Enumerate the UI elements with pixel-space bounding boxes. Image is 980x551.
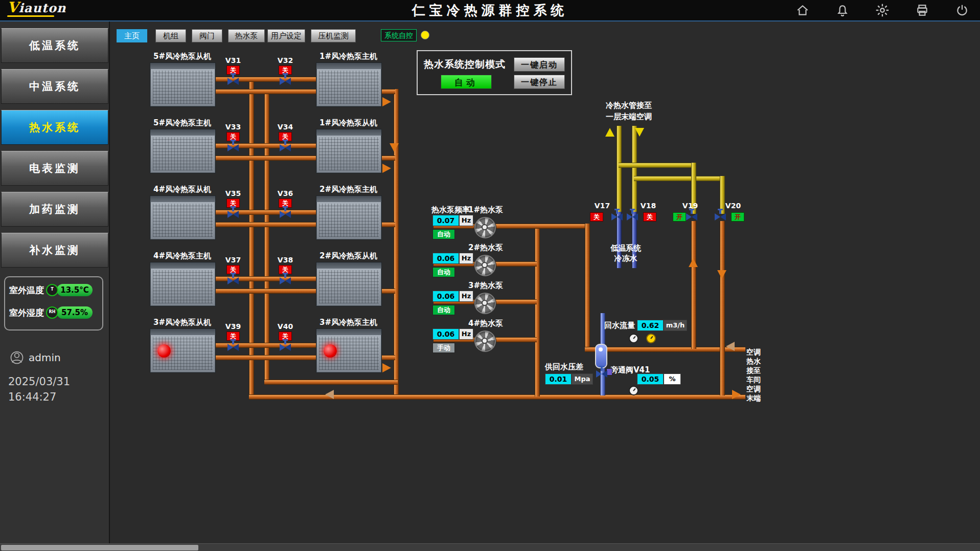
heat-pump-unit[interactable]	[150, 62, 216, 107]
pump-mode-badge[interactable]: 自动	[432, 305, 455, 315]
tab-system-auto[interactable]: 系统自控	[381, 29, 417, 41]
sidebar-item-6[interactable]: 补水监测	[1, 233, 108, 268]
pump-icon[interactable]	[474, 217, 496, 238]
pipe	[249, 394, 745, 400]
heat-pump-unit[interactable]	[150, 262, 216, 306]
auto-mode-button[interactable]: 自动	[441, 75, 492, 89]
unit-coil-grill	[319, 137, 379, 170]
home-icon[interactable]	[795, 3, 810, 18]
bypass-valve-value: 0.05	[637, 373, 664, 385]
pipe	[634, 176, 724, 181]
one-key-start-button[interactable]: 一键启动	[514, 57, 565, 72]
valve-icon[interactable]	[227, 277, 239, 284]
sidebar-item-1[interactable]: 低温系统	[1, 28, 108, 63]
flow-arrow	[635, 128, 644, 137]
unit-coil-grill	[319, 71, 379, 104]
heat-pump-unit[interactable]	[150, 195, 216, 240]
valve-icon[interactable]	[280, 211, 291, 218]
valve-stem	[232, 208, 234, 211]
unit-label: 1#风冷热泵主机	[316, 52, 381, 61]
pipe	[249, 77, 254, 399]
valve-icon[interactable]	[227, 144, 239, 151]
flow-arrow	[382, 363, 391, 372]
valve-icon-V20[interactable]	[715, 213, 726, 221]
flow-arrow	[390, 143, 399, 152]
valve-status-badge: 开	[673, 212, 686, 222]
valve-icon[interactable]	[280, 344, 291, 351]
flow-arrow	[717, 270, 726, 279]
valve-icon[interactable]	[280, 78, 291, 85]
valve-label: V36	[271, 189, 300, 197]
heat-pump-unit[interactable]	[316, 262, 382, 306]
pipe	[585, 224, 590, 349]
sidebar-item-5[interactable]: 加药监测	[1, 192, 108, 227]
sidebar-item-4[interactable]: 电表监测	[1, 151, 108, 186]
pressure-diff-value: 0.01	[545, 373, 572, 385]
pipe	[617, 126, 622, 212]
lowtemp-system-label: 低温系统	[606, 244, 645, 253]
valve-icon[interactable]	[227, 78, 239, 85]
pump-mode-badge[interactable]: 自动	[432, 267, 455, 277]
pump-mode-badge[interactable]: 自动	[432, 229, 455, 239]
unit-coil-grill	[153, 204, 213, 237]
one-key-stop-button[interactable]: 一键停止	[514, 75, 565, 89]
scrollbar-thumb[interactable]	[1, 545, 198, 550]
valve-icon[interactable]	[280, 144, 291, 151]
tab-5[interactable]: 用户设定	[267, 29, 305, 42]
tab-4[interactable]: 热水泵	[228, 29, 265, 42]
pump-freq-unit: Hz	[459, 253, 473, 264]
pump-name: 2#热水泵	[468, 244, 511, 252]
heat-pump-unit[interactable]	[316, 129, 382, 173]
valve-icon-V17[interactable]	[611, 213, 623, 221]
control-mode-title: 热水系统控制模式	[424, 58, 506, 70]
tab-2[interactable]: 机组	[155, 29, 186, 42]
valve-label: V33	[219, 123, 247, 131]
tab-6[interactable]: 压机监测	[311, 29, 356, 42]
unit-coil-grill	[153, 137, 213, 170]
tab-1[interactable]: 主页	[117, 29, 147, 42]
flow-sight-glass	[595, 344, 607, 368]
sidebar-item-2[interactable]: 中温系统	[1, 69, 108, 104]
sidebar-item-3[interactable]: 热水系统	[1, 110, 108, 145]
pump-mode-badge[interactable]: 手动	[432, 343, 455, 353]
pipe	[720, 221, 725, 395]
pressure-gauge-icon	[629, 334, 639, 343]
valve-label: V32	[271, 56, 300, 64]
gear-icon[interactable]	[875, 3, 890, 18]
chilled-water-label: 冷冻水	[606, 254, 645, 263]
pipe	[381, 89, 395, 94]
bell-icon[interactable]	[835, 3, 850, 18]
valve-icon[interactable]	[227, 344, 239, 351]
valve-stem	[601, 367, 603, 371]
power-icon[interactable]	[954, 3, 970, 18]
heat-pump-unit[interactable]	[150, 328, 216, 373]
heat-pump-unit[interactable]	[316, 62, 382, 107]
valve-icon[interactable]	[227, 211, 239, 218]
valve-status-badge: 关	[643, 212, 656, 222]
unit-top-panel	[150, 129, 215, 136]
flow-arrow	[605, 128, 614, 137]
valve-stem	[232, 141, 234, 145]
unit-top-panel	[150, 262, 215, 269]
pipe	[535, 224, 588, 229]
edge-label: 空调	[746, 348, 767, 356]
heat-pump-unit[interactable]	[316, 328, 382, 373]
valve-icon[interactable]	[280, 277, 291, 284]
valve-icon-V18[interactable]	[627, 213, 638, 221]
username: admin	[29, 351, 61, 364]
bypass-valve-icon[interactable]	[596, 370, 607, 378]
bypass-valve-unit: %	[664, 373, 681, 385]
humidity-icon: RH	[46, 306, 58, 319]
pump-icon[interactable]	[474, 330, 496, 352]
valve-icon-V19[interactable]	[686, 213, 697, 221]
tab-3[interactable]: 阀门	[192, 29, 222, 42]
valve-V35: V35关	[219, 189, 247, 218]
pump-icon[interactable]	[474, 293, 496, 314]
pipe	[264, 89, 269, 384]
heat-pump-unit[interactable]	[150, 129, 216, 173]
horizontal-scrollbar[interactable]	[0, 543, 980, 551]
pump-icon[interactable]	[474, 255, 496, 276]
heat-pump-unit[interactable]	[316, 195, 382, 240]
printer-icon[interactable]	[915, 3, 930, 18]
unit-label: 2#风冷热泵主机	[316, 185, 381, 194]
